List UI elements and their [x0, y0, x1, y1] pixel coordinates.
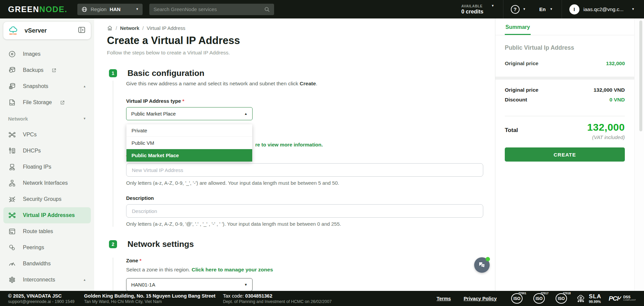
pci-dss-badge: PCI ✓ DSS COMPLIANT: [609, 295, 636, 302]
zone-select[interactable]: HAN01-1A ▼: [126, 278, 253, 291]
tab-summary[interactable]: Summary: [505, 18, 531, 35]
security-groups-icon: [8, 195, 16, 203]
language-value: En: [539, 6, 546, 12]
vpcs-icon: [8, 131, 16, 139]
collapse-sidebar-icon[interactable]: [78, 26, 86, 35]
certification-badges: ISO27001ISO27017ISO27018 SLA 99.99% PCI …: [509, 293, 636, 304]
virtual-ip-addresses-icon: [8, 211, 16, 219]
sidebar-item-images[interactable]: Images: [3, 46, 91, 62]
vip-type-select[interactable]: Public Market Place ▲: [126, 107, 253, 120]
chat-widget-button[interactable]: [474, 257, 490, 273]
privacy-policy-link[interactable]: Privacy Policy: [464, 296, 497, 301]
dhcps-icon: [8, 147, 16, 155]
manage-zones-link[interactable]: Click here to manage your zones: [192, 267, 273, 272]
iso-27017-badge: ISO27017: [532, 293, 546, 304]
sidebar-item-virtual-ip-addresses[interactable]: Virtual IP Addresses: [3, 207, 91, 223]
required-asterisk: *: [140, 258, 142, 263]
summary-detail-rows: Original price132,000 VNDDiscount0 VND: [505, 87, 625, 106]
footer-address-line1: Golden King Building, No. 15 Nguyen Luon…: [84, 293, 223, 299]
logo-text-node: NODE.: [39, 5, 68, 14]
sidebar-item-dhcps[interactable]: DHCPs: [3, 143, 91, 159]
sidebar-item-network-interfaces[interactable]: Network Interfaces: [3, 175, 91, 191]
sidebar-item-file-storage[interactable]: File Storage: [3, 94, 91, 111]
global-search[interactable]: Search GreenNode services: [149, 4, 274, 15]
description-helper: Only letters (a-z, A-Z, 0-9, '@', '.' , …: [126, 221, 488, 227]
footer-tax-sub: Dept. of Planning and Investment of HCMC…: [223, 299, 332, 304]
greennode-logo: GREENNODE.: [8, 5, 67, 14]
create-button[interactable]: CREATE: [505, 147, 625, 162]
region-label: Region: [90, 6, 107, 12]
account-menu[interactable]: I iaas.qc2@vng.c... ▼: [569, 4, 635, 14]
breadcrumb: / Network / Virtual IP Address: [107, 25, 488, 31]
credits-dropdown[interactable]: AVAILABLE ▼ 0 credits: [461, 4, 494, 15]
sidebar-item-route-tables[interactable]: Route tables: [3, 223, 91, 239]
sidebar-nav: ImagesBackupsSnapshots▲File StorageNetwo…: [3, 46, 91, 288]
logo-text-green: GREEN: [8, 5, 39, 14]
vip-name-input[interactable]: [126, 163, 483, 177]
footer: © 2025, VINADATA JSC support@greennode.a…: [0, 291, 644, 306]
vip-type-value: Public Market Place: [131, 111, 176, 117]
snapshots-icon: [8, 82, 16, 90]
file-storage-icon: [8, 98, 16, 106]
vip-type-dropdown-menu: PrivatePublic VMPublic Market Place: [126, 124, 252, 162]
summary-tab-bar: Summary: [495, 18, 634, 35]
type-option-public-market-place[interactable]: Public Market Place: [126, 149, 252, 162]
network-interfaces-icon: [8, 179, 16, 187]
summary-panel: Summary Public Virtual Ip Address Origin…: [495, 18, 634, 291]
vip-name-helper: Only letters (a-z, A-Z, 0-9, '_', '-') a…: [126, 180, 488, 186]
sidebar-item-bandwidths[interactable]: Bandwidths: [3, 256, 91, 272]
summary-row-original-price: Original price132,000 VND: [505, 87, 625, 93]
original-price-label: Original price: [505, 60, 538, 67]
sidebar-item-backups[interactable]: Backups: [3, 62, 91, 78]
breadcrumb-network[interactable]: Network: [120, 26, 139, 31]
sla-badge: SLA 99.99%: [576, 294, 601, 304]
chevron-down-icon: ▼: [632, 8, 635, 11]
required-asterisk: *: [182, 98, 184, 104]
basic-configuration-description: Give this new address a name and select …: [126, 81, 488, 87]
scrollbar-track: [634, 18, 644, 291]
info-link-fragment[interactable]: re to view more information.: [255, 142, 323, 147]
home-icon[interactable]: [107, 25, 113, 31]
basic-configuration-title: Basic configuration: [127, 69, 204, 78]
vip-type-label: Virtual IP Address type*: [126, 98, 488, 104]
breadcrumb-current: Virtual IP Address: [147, 26, 185, 31]
help-icon[interactable]: ?: [511, 5, 520, 14]
network-settings-title: Network settings: [127, 239, 194, 249]
vat-note: (VAT included): [587, 134, 625, 140]
footer-tax-code: Tax code: 0304851362: [223, 293, 332, 299]
summary-product: Public Virtual Ip Address: [505, 44, 625, 51]
description-input[interactable]: [126, 204, 483, 218]
account-name: iaas.qc2@vng.c...: [583, 6, 623, 12]
region-selector[interactable]: Region HAN ▼: [77, 4, 143, 15]
chevron-down-icon: ▼: [136, 8, 139, 11]
sidebar: vServer ImagesBackupsSnapshots▲File Stor…: [0, 18, 94, 291]
sidebar-item-security-groups[interactable]: Security Groups: [3, 191, 91, 207]
type-option-public-vm[interactable]: Public VM: [126, 137, 252, 149]
available-label: AVAILABLE: [461, 4, 483, 8]
sidebar-item-vpcs[interactable]: VPCs: [3, 127, 91, 143]
sidebar-item-floating-ips[interactable]: Floating IPs: [3, 159, 91, 175]
help-menu[interactable]: ? ▼: [511, 5, 526, 14]
route-tables-icon: [8, 227, 16, 235]
chevron-up-icon: ▲: [83, 278, 86, 281]
search-icon[interactable]: [264, 6, 270, 12]
terms-link[interactable]: Terms: [437, 296, 451, 301]
sidebar-item-interconnects[interactable]: Interconnects▲: [3, 272, 91, 288]
footer-address-line2: Tan My Ward, Ho Chi Minh City, Viet Nam: [84, 299, 223, 304]
sidebar-item-snapshots[interactable]: Snapshots▲: [3, 78, 91, 94]
type-option-private[interactable]: Private: [126, 124, 252, 137]
sidebar-section-network[interactable]: Network▼: [3, 111, 91, 127]
zone-label: Zone*: [126, 258, 488, 263]
product-name: vServer: [25, 27, 47, 34]
section-basic-configuration: 1 Basic configuration Give this new addr…: [107, 69, 488, 227]
total-label: Total: [505, 122, 518, 134]
chevron-down-icon: ▼: [244, 283, 248, 287]
chevron-down-icon: ▼: [83, 117, 86, 120]
language-selector[interactable]: En ▼: [539, 6, 553, 12]
product-switcher[interactable]: vServer: [3, 22, 91, 39]
main-content: / Network / Virtual IP Address Create a …: [94, 18, 495, 291]
iso-27018-badge: ISO27018: [554, 293, 569, 304]
scrollbar-thumb[interactable]: [639, 20, 642, 131]
avatar[interactable]: I: [569, 4, 579, 14]
sidebar-item-peerings[interactable]: Peerings: [3, 239, 91, 256]
